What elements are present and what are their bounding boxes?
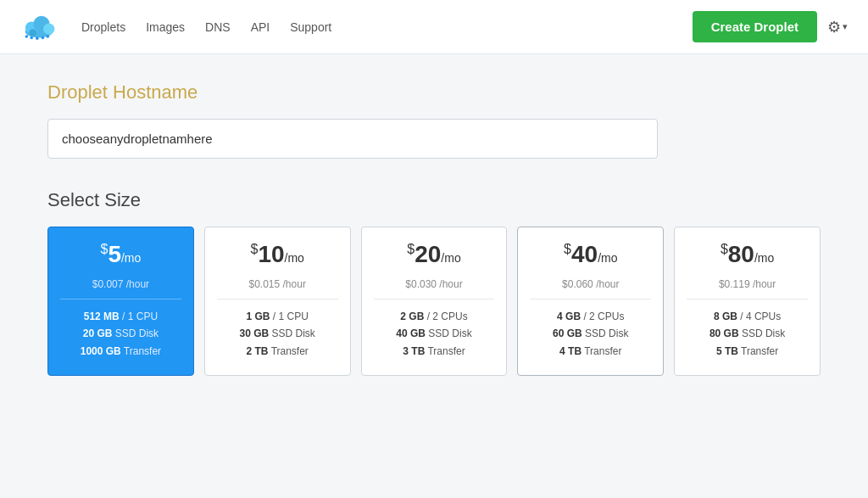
- nav-support[interactable]: Support: [290, 20, 331, 34]
- svg-point-8: [42, 36, 45, 39]
- specs-5: 512 MB / 1 CPU 20 GB SSD Disk 1000 GB Tr…: [60, 308, 181, 360]
- size-cards: $5/mo $0.007 /hour 512 MB / 1 CPU 20 GB …: [47, 227, 821, 376]
- price-main-40: $40/mo: [564, 241, 617, 267]
- price-main-5: $5/mo: [100, 241, 141, 267]
- price-row-10: $10/mo: [217, 241, 338, 268]
- divider-10: [217, 299, 338, 299]
- divider-20: [374, 299, 495, 299]
- price-row-40: $40/mo: [530, 241, 651, 268]
- size-card-40[interactable]: $40/mo $0.060 /hour 4 GB / 2 CPUs 60 GB …: [517, 227, 664, 376]
- specs-10: 1 GB / 1 CPU 30 GB SSD Disk 2 TB Transfe…: [217, 308, 338, 360]
- chevron-down-icon: ▾: [843, 21, 848, 32]
- main-content: Droplet Hostname Select Size $5/mo $0.00…: [27, 54, 841, 403]
- price-hour-5: $0.007 /hour: [60, 278, 181, 290]
- nav-api[interactable]: API: [251, 20, 270, 34]
- price-row-80: $80/mo: [687, 241, 808, 268]
- price-hour-40: $0.060 /hour: [530, 278, 651, 290]
- nav-droplets[interactable]: Droplets: [81, 20, 125, 34]
- divider-80: [687, 299, 808, 299]
- svg-point-6: [30, 36, 33, 39]
- size-section: Select Size $5/mo $0.007 /hour 512 MB / …: [47, 189, 821, 376]
- nav-links: Droplets Images DNS API Support: [81, 20, 331, 35]
- nav-dns[interactable]: DNS: [205, 20, 231, 34]
- size-title: Select Size: [47, 189, 821, 211]
- price-main-10: $10/mo: [250, 241, 303, 267]
- specs-40: 4 GB / 2 CPUs 60 GB SSD Disk 4 TB Transf…: [530, 308, 651, 360]
- price-row-20: $20/mo: [374, 241, 495, 268]
- price-hour-20: $0.030 /hour: [374, 278, 495, 290]
- price-main-20: $20/mo: [407, 241, 460, 267]
- specs-20: 2 GB / 2 CPUs 40 GB SSD Disk 3 TB Transf…: [374, 308, 495, 360]
- size-card-5[interactable]: $5/mo $0.007 /hour 512 MB / 1 CPU 20 GB …: [47, 227, 194, 376]
- nav-images[interactable]: Images: [146, 20, 185, 34]
- hostname-title: Droplet Hostname: [47, 81, 821, 104]
- svg-point-9: [46, 35, 49, 38]
- svg-point-7: [36, 36, 39, 40]
- svg-point-3: [43, 23, 54, 34]
- gear-icon: ⚙: [827, 18, 841, 36]
- navbar-left: Droplets Images DNS API Support: [20, 14, 331, 41]
- divider-5: [60, 299, 181, 299]
- price-main-80: $80/mo: [721, 241, 774, 267]
- navbar: Droplets Images DNS API Support Create D…: [0, 0, 868, 54]
- size-card-20[interactable]: $20/mo $0.030 /hour 2 GB / 2 CPUs 40 GB …: [361, 227, 508, 376]
- size-card-10[interactable]: $10/mo $0.015 /hour 1 GB / 1 CPU 30 GB S…: [204, 227, 351, 376]
- svg-point-4: [29, 29, 36, 36]
- specs-80: 8 GB / 4 CPUs 80 GB SSD Disk 5 TB Transf…: [687, 308, 808, 360]
- price-hour-80: $0.119 /hour: [687, 278, 808, 290]
- size-card-80[interactable]: $80/mo $0.119 /hour 8 GB / 4 CPUs 80 GB …: [674, 227, 821, 376]
- create-droplet-button[interactable]: Create Droplet: [693, 11, 817, 42]
- hostname-input[interactable]: [47, 119, 658, 159]
- logo: [20, 14, 58, 41]
- hostname-section: Droplet Hostname: [47, 81, 821, 159]
- svg-point-5: [25, 35, 29, 38]
- navbar-right: Create Droplet ⚙ ▾: [693, 11, 848, 42]
- price-row-5: $5/mo: [60, 241, 181, 268]
- settings-button[interactable]: ⚙ ▾: [827, 18, 848, 36]
- divider-40: [530, 299, 651, 299]
- price-hour-10: $0.015 /hour: [217, 278, 338, 290]
